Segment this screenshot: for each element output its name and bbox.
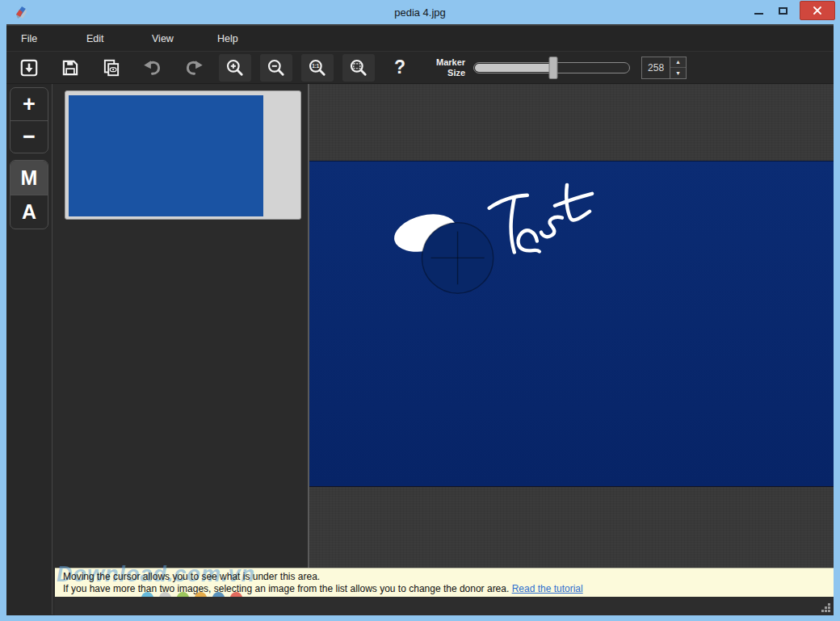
read-tutorial-link[interactable]: Read the tutorial	[512, 583, 583, 594]
minimize-icon	[754, 13, 763, 15]
save-icon	[60, 57, 81, 78]
marker-size-value[interactable]: 258	[641, 57, 670, 79]
maximize-button[interactable]	[771, 1, 795, 20]
preview-icon	[101, 57, 122, 78]
zoom-fit-icon	[348, 57, 369, 78]
app-logo-icon	[13, 4, 29, 20]
zoom-in-icon	[225, 57, 246, 78]
zoom-in-button[interactable]	[219, 54, 251, 82]
spin-down-button[interactable]: ▼	[670, 67, 686, 78]
zoom-out-button[interactable]	[260, 54, 292, 82]
decrease-marker-button[interactable]: −	[10, 120, 48, 153]
menubar: File Edit View Help	[6, 24, 834, 51]
menu-help[interactable]: Help	[217, 33, 283, 44]
minimize-button[interactable]	[746, 1, 771, 20]
menu-edit[interactable]: Edit	[86, 33, 152, 44]
tool-sidebar: + − M A	[6, 84, 52, 615]
content-area: + − M A	[6, 84, 834, 615]
window-controls	[746, 0, 835, 21]
menu-file[interactable]: File	[21, 33, 86, 44]
image-list-panel	[52, 84, 309, 615]
photo-image[interactable]	[309, 161, 834, 487]
editor-canvas[interactable]	[309, 84, 834, 615]
menu-view[interactable]: View	[152, 33, 217, 44]
app-frame: File Edit View Help	[6, 24, 834, 615]
spin-up-button[interactable]: ▲	[670, 57, 686, 68]
bottom-strip	[55, 597, 834, 615]
zoom-actual-icon: 1:1	[307, 57, 328, 78]
slider-fill	[475, 64, 555, 72]
help-icon: ?	[394, 58, 405, 77]
open-button[interactable]	[13, 54, 45, 82]
redo-icon	[183, 57, 205, 79]
marker-size-label: Marker Size	[436, 57, 465, 78]
photo-overlay	[309, 162, 834, 486]
titlebar: pedia 4.jpg	[0, 0, 840, 24]
marker-size-slider[interactable]	[473, 62, 630, 73]
help-button[interactable]: ?	[384, 54, 416, 82]
auto-mode-button[interactable]: A	[10, 195, 48, 229]
image-thumbnail-selected[interactable]	[65, 90, 301, 220]
undo-button[interactable]	[136, 54, 169, 82]
undo-icon	[141, 57, 164, 79]
manual-mode-button[interactable]: M	[10, 161, 48, 195]
zoom-tool-group: + −	[10, 87, 48, 153]
slider-handle[interactable]	[549, 57, 558, 79]
save-button[interactable]	[54, 54, 86, 82]
status-hint-bar: Download.com.vn Moving the cursor allows…	[55, 568, 834, 597]
close-button[interactable]	[800, 1, 835, 20]
increase-marker-button[interactable]: +	[10, 88, 48, 120]
preview-button[interactable]	[95, 54, 128, 82]
spinner-arrows: ▲ ▼	[670, 57, 687, 79]
resize-grip[interactable]	[820, 602, 831, 613]
handwritten-test-text	[489, 185, 592, 253]
mode-tool-group: M A	[10, 160, 48, 229]
svg-text:1:1: 1:1	[312, 63, 320, 69]
zoom-fit-button[interactable]	[342, 54, 375, 82]
status-line-1: Moving the cursor allows you to see what…	[63, 571, 834, 583]
zoom-actual-button[interactable]: 1:1	[301, 54, 334, 82]
redo-button[interactable]	[178, 54, 210, 82]
maximize-icon	[779, 7, 788, 15]
zoom-out-icon	[266, 57, 287, 78]
toolbar: 1:1 ? Marker Size	[6, 51, 834, 84]
open-icon	[19, 57, 40, 78]
window-title: pedia 4.jpg	[0, 6, 840, 19]
thumbnail-image	[69, 95, 263, 216]
close-icon	[813, 6, 822, 15]
marker-size-spinbox: 258 ▲ ▼	[641, 57, 687, 79]
app-window: pedia 4.jpg File Edit View Help	[0, 0, 840, 621]
